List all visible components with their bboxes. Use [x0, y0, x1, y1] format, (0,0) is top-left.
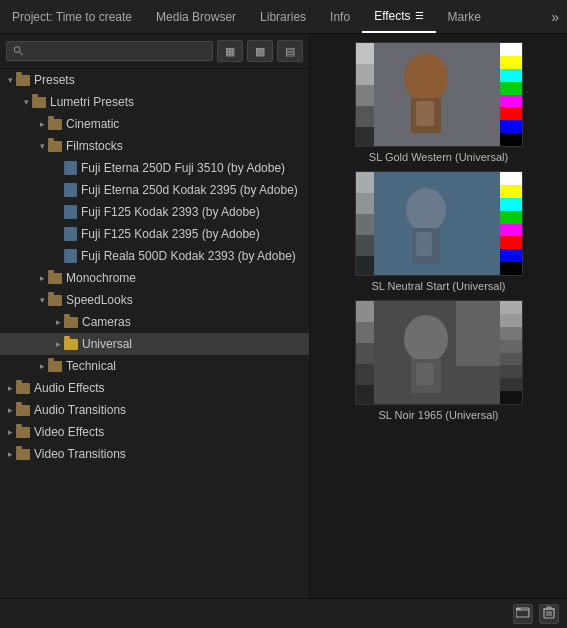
label-filmstocks: Filmstocks [66, 139, 123, 153]
file-icon-fuji-f125-2393 [64, 205, 77, 219]
folder-icon-video-transitions [16, 449, 30, 460]
svg-rect-16 [416, 232, 432, 256]
preview-svg-noir [356, 301, 523, 405]
file-icon-fuji-eterna-3510 [64, 161, 77, 175]
new-folder-icon [516, 606, 530, 621]
view-btn-2[interactable]: ▩ [247, 40, 273, 62]
tree-item-universal[interactable]: Universal [0, 333, 309, 355]
label-fuji-eterna-kodak: Fuji Eterna 250d Kodak 2395 (by Adobe) [81, 183, 298, 197]
grid-view-icon: ▦ [225, 45, 235, 58]
preview-img-sl-gold-western [355, 42, 523, 147]
svg-rect-33 [356, 364, 374, 385]
chevron-speedlooks [36, 294, 48, 306]
svg-rect-9 [356, 64, 374, 85]
tree-item-audio-effects[interactable]: Audio Effects [0, 377, 309, 399]
tree-item-speedlooks[interactable]: SpeedLooks [0, 289, 309, 311]
folder-icon-cameras [64, 317, 78, 328]
svg-rect-36 [516, 608, 521, 610]
folder-icon-cinematic [48, 119, 62, 130]
tree-item-cinematic[interactable]: Cinematic [0, 113, 309, 135]
chevron-video-effects [4, 426, 16, 438]
preview-label-sl-noir-1965: SL Noir 1965 (Universal) [378, 409, 498, 421]
tree-item-filmstocks[interactable]: Filmstocks [0, 135, 309, 157]
preview-card-sl-noir-1965[interactable]: SL Noir 1965 (Universal) [318, 300, 559, 421]
svg-rect-28 [356, 301, 523, 405]
label-fuji-f125-2395: Fuji F125 Kodak 2395 (by Adobe) [81, 227, 260, 241]
svg-rect-8 [356, 43, 374, 64]
color-bars-warm [500, 43, 522, 146]
search-input[interactable] [28, 44, 206, 58]
tab-overflow-btn[interactable]: » [543, 9, 567, 25]
tree-item-lumetri-presets[interactable]: Lumetri Presets [0, 91, 309, 113]
bottom-toolbar [0, 598, 567, 628]
folder-icon-lumetri-presets [32, 97, 46, 108]
file-icon-fuji-f125-2395 [64, 227, 77, 241]
tree-item-audio-transitions[interactable]: Audio Transitions [0, 399, 309, 421]
tab-markers[interactable]: Marke [436, 0, 493, 33]
tree-item-fuji-eterna-3510[interactable]: Fuji Eterna 250D Fuji 3510 (by Adobe) [0, 157, 309, 179]
delete-button[interactable] [539, 604, 559, 624]
folder-icon-monochrome [48, 273, 62, 284]
color-bars-noir [500, 301, 522, 404]
tree-item-video-effects[interactable]: Video Effects [0, 421, 309, 443]
svg-line-1 [20, 52, 23, 55]
tree-item-technical[interactable]: Technical [0, 355, 309, 377]
label-video-transitions: Video Transitions [34, 447, 126, 461]
right-panel: SL Gold Western (Universal) [310, 34, 567, 598]
detail-view-icon: ▤ [285, 45, 295, 58]
label-fuji-eterna-3510: Fuji Eterna 250D Fuji 3510 (by Adobe) [81, 161, 285, 175]
folder-icon-filmstocks [48, 141, 62, 152]
tree-item-presets[interactable]: Presets [0, 69, 309, 91]
tab-media-browser[interactable]: Media Browser [144, 0, 248, 33]
tab-project[interactable]: Project: Time to create [0, 0, 144, 33]
label-audio-transitions: Audio Transitions [34, 403, 126, 417]
svg-rect-18 [356, 172, 374, 193]
tab-bar: Project: Time to create Media Browser Li… [0, 0, 567, 34]
folder-icon-video-effects [16, 427, 30, 438]
view-btn-3[interactable]: ▤ [277, 40, 303, 62]
new-folder-button[interactable] [513, 604, 533, 624]
tree-item-fuji-f125-2395[interactable]: Fuji F125 Kodak 2395 (by Adobe) [0, 223, 309, 245]
svg-rect-34 [356, 385, 374, 405]
chevron-technical [36, 360, 48, 372]
label-fuji-f125-2393: Fuji F125 Kodak 2393 (by Adobe) [81, 205, 260, 219]
chevron-presets [4, 74, 16, 86]
chevron-monochrome [36, 272, 48, 284]
svg-rect-19 [356, 193, 374, 214]
chevron-audio-transitions [4, 404, 16, 416]
search-input-wrapper[interactable] [6, 41, 213, 61]
folder-icon-technical [48, 361, 62, 372]
preview-svg-warm [356, 43, 523, 147]
svg-rect-10 [356, 85, 374, 106]
tree-item-monochrome[interactable]: Monochrome [0, 267, 309, 289]
chevron-universal [52, 338, 64, 350]
label-speedlooks: SpeedLooks [66, 293, 133, 307]
main-content: ▦ ▩ ▤ Presets Lumetri Presets [0, 34, 567, 598]
preview-card-sl-neutral-start[interactable]: SL Neutral Start (Universal) [318, 171, 559, 292]
tree-item-fuji-f125-2393[interactable]: Fuji F125 Kodak 2393 (by Adobe) [0, 201, 309, 223]
tab-effects[interactable]: Effects ☰ [362, 0, 435, 33]
color-bars-neutral [500, 172, 522, 275]
folder-icon-audio-transitions [16, 405, 30, 416]
tree-item-video-transitions[interactable]: Video Transitions [0, 443, 309, 465]
search-bar: ▦ ▩ ▤ [0, 34, 309, 69]
preview-img-sl-noir-1965 [355, 300, 523, 405]
chevron-audio-effects [4, 382, 16, 394]
chevron-cameras [52, 316, 64, 328]
tree-item-fuji-reala[interactable]: Fuji Reala 500D Kodak 2393 (by Adobe) [0, 245, 309, 267]
label-technical: Technical [66, 359, 116, 373]
label-monochrome: Monochrome [66, 271, 136, 285]
svg-rect-20 [356, 214, 374, 235]
view-btn-1[interactable]: ▦ [217, 40, 243, 62]
tree-item-fuji-eterna-kodak[interactable]: Fuji Eterna 250d Kodak 2395 (by Adobe) [0, 179, 309, 201]
preview-svg-neutral [356, 172, 523, 276]
svg-rect-22 [356, 256, 374, 276]
tab-info[interactable]: Info [318, 0, 362, 33]
label-cinematic: Cinematic [66, 117, 119, 131]
label-lumetri-presets: Lumetri Presets [50, 95, 134, 109]
label-audio-effects: Audio Effects [34, 381, 105, 395]
preview-card-sl-gold-western[interactable]: SL Gold Western (Universal) [318, 42, 559, 163]
svg-rect-11 [356, 106, 374, 127]
tree-item-cameras[interactable]: Cameras [0, 311, 309, 333]
tab-libraries[interactable]: Libraries [248, 0, 318, 33]
